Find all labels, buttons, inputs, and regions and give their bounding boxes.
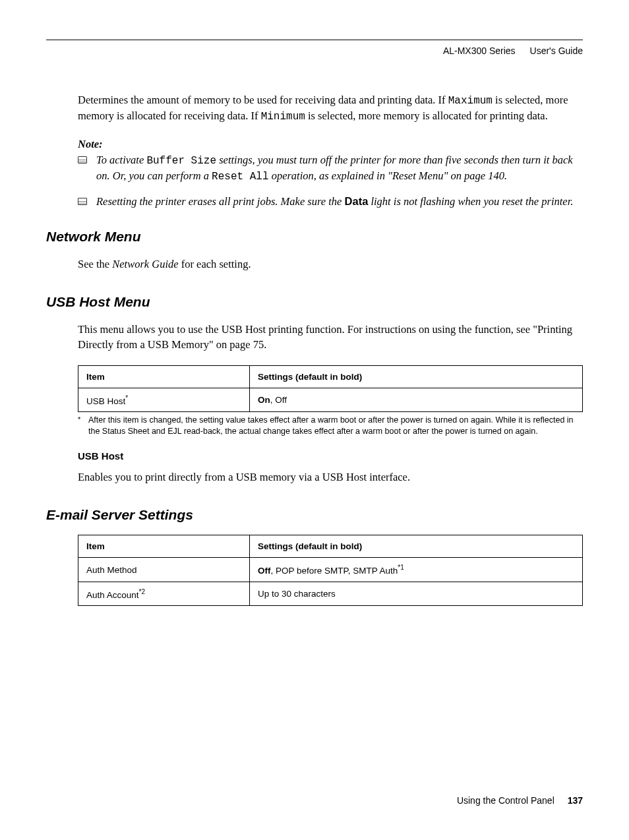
header-rule [46,40,583,40]
footer-section: Using the Control Panel [457,795,554,806]
cell-settings: On, Off [250,388,583,412]
intro-paragraph: Determines the amount of memory to be us… [78,92,583,125]
note-list: To activate Buffer Size settings, you mu… [78,152,583,209]
series-name: AL-MX300 Series [443,45,516,56]
intro-text-c: is selected, more memory is allocated fo… [305,109,548,122]
note-item: Resetting the printer erases all print j… [78,194,583,209]
usb-host-item-sup: * [125,394,128,402]
note-item: To activate Buffer Size settings, you mu… [78,152,583,185]
note-text-2: Resetting the printer erases all print j… [96,194,573,209]
email-r1-sup: *1 [398,564,404,571]
note2-a: Resetting the printer erases all print j… [96,195,345,208]
table-row: Auth Method Off, POP before SMTP, SMTP A… [78,558,583,582]
page-number: 137 [568,795,583,806]
network-menu-text: See the Network Guide for each setting. [78,256,583,272]
note1-m1: Buffer Size [146,155,216,167]
guide-name: User's Guide [530,45,583,56]
note-label: Note: [78,138,583,151]
table-header-row: Item Settings (default in bold) [78,535,583,558]
intro-text-a: Determines the amount of memory to be us… [78,94,448,106]
network-text-italic: Network Guide [112,258,178,270]
cell-item: Auth Account*2 [78,582,250,606]
note1-a: To activate [96,154,146,166]
note-text-1: To activate Buffer Size settings, you mu… [96,152,583,185]
table-row: USB Host* On, Off [78,388,583,412]
table-header-row: Item Settings (default in bold) [78,365,583,388]
usb-host-default: On [258,395,270,405]
checkbox-bullet-icon [78,198,87,205]
col-header-item: Item [78,365,250,388]
usb-host-intro: This menu allows you to use the USB Host… [78,322,583,352]
email-server-heading: E-mail Server Settings [46,507,583,523]
col-header-settings: Settings (default in bold) [250,365,583,388]
checkbox-bullet-icon [78,156,87,164]
email-r1-rest: , POP before SMTP, SMTP Auth [271,566,398,576]
intro-mono-2: Minimum [261,111,305,123]
email-server-table: Item Settings (default in bold) Auth Met… [78,535,583,606]
note2-b: light is not flashing when you reset the… [368,195,573,208]
cell-settings: Up to 30 characters [250,582,583,606]
intro-mono-1: Maximum [448,95,493,107]
col-header-settings: Settings (default in bold) [250,535,583,558]
footnote-marker: * [78,415,88,437]
network-menu-heading: Network Menu [46,229,583,245]
usb-host-table: Item Settings (default in bold) USB Host… [78,365,583,413]
table-row: Auth Account*2 Up to 30 characters [78,582,583,606]
network-text-a: See the [78,258,112,270]
note2-data-bold: Data [345,195,369,207]
cell-item: USB Host* [78,388,250,412]
usb-host-subtext: Enables you to print directly from a USB… [78,469,583,485]
cell-settings: Off, POP before SMTP, SMTP Auth*1 [250,558,583,582]
usb-host-menu-heading: USB Host Menu [46,294,583,310]
cell-item: Auth Method [78,558,250,582]
network-text-b: for each setting. [179,258,251,270]
document-header: AL-MX300 Series User's Guide [46,45,583,56]
col-header-item: Item [78,535,250,558]
usb-host-item-label: USB Host [86,396,125,405]
email-r2-sup: *2 [139,588,145,595]
footnote-text: After this item is changed, the setting … [88,415,583,437]
page-footer: Using the Control Panel 137 [457,795,583,806]
usb-host-footnote: * After this item is changed, the settin… [78,415,583,437]
note1-m2: Reset All [212,171,268,183]
note1-c: operation, as explained in "Reset Menu" … [269,169,508,182]
email-r1-default: Off [258,566,271,576]
usb-host-subheading: USB Host [78,450,583,462]
usb-host-rest: , Off [270,395,287,405]
email-r2-item: Auth Account [86,589,139,599]
